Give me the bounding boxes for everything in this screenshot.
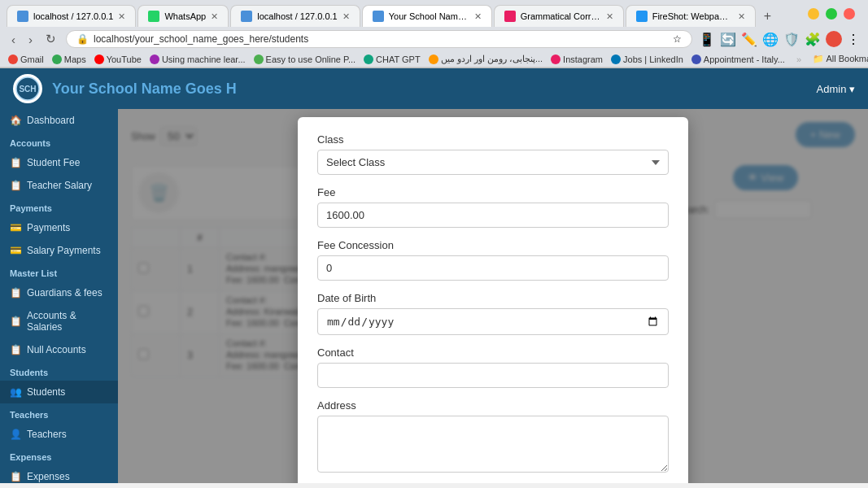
star-icon: ☆ [673, 33, 682, 45]
sidebar-section-payments: Payments [0, 197, 118, 216]
sidebar-item-guardians[interactable]: 📋 Guardians & fees [0, 281, 118, 304]
tab-close-3[interactable]: ✕ [342, 11, 350, 22]
forward-button[interactable]: › [25, 31, 36, 48]
sidebar-section-accounts: Accounts [0, 132, 118, 151]
sidebar-label-salary-payments: Salary Payments [27, 245, 101, 256]
bookmark-gmail[interactable]: Gmail [8, 54, 44, 64]
school-name-header: Your School Name Goes H [52, 81, 807, 98]
class-label: Class [317, 133, 669, 146]
sidebar: 🏠 Dashboard Accounts 📋 Student Fee 📋 Tea… [0, 109, 118, 483]
contact-input[interactable] [317, 363, 669, 388]
tab-close-1[interactable]: ✕ [118, 11, 125, 22]
browser-action-icons: 📱 🔄 ✏️ 🌐 🛡️ 🧩 ⋮ [699, 31, 860, 47]
sidebar-item-students[interactable]: 👥 Students [0, 381, 118, 403]
sidebar-item-teachers[interactable]: 👤 Teachers [0, 423, 118, 446]
teachers-icon: 👤 [10, 429, 22, 440]
tab-5[interactable]: Grammatical Correct... ✕ [494, 5, 624, 27]
bookmark-linkedin[interactable]: Jobs | LinkedIn [611, 54, 683, 64]
bookmarks-bar: Gmail Maps YouTube Using machine lear...… [0, 51, 868, 68]
tab-close-5[interactable]: ✕ [606, 11, 613, 22]
bookmark-punjabi[interactable]: پنجابی، رومن اور اردو میں... [429, 54, 543, 64]
bookmark-instagram[interactable]: Instagram [551, 54, 603, 64]
sync-icon[interactable]: 🔄 [720, 32, 736, 47]
sidebar-item-student-fee[interactable]: 📋 Student Fee [0, 151, 118, 174]
dob-input[interactable] [317, 308, 669, 335]
tab-close-6[interactable]: ✕ [738, 11, 745, 22]
class-select[interactable]: Select Class Class 1 Class 2 Class 3 Cla… [317, 150, 669, 175]
tab-3[interactable]: localhost / 127.0.0.1 ✕ [230, 5, 360, 27]
expenses-icon: 📋 [10, 471, 22, 482]
address-bar[interactable]: 🔒 localhost/your_school_name_goes_here/s… [66, 30, 692, 48]
fee-input[interactable] [317, 203, 669, 228]
svg-text:SCH: SCH [19, 85, 36, 94]
bookmark-chatgpt[interactable]: CHAT GPT [364, 54, 421, 64]
fee-form-group: Fee [317, 186, 669, 228]
bookmark-appointment[interactable]: Appointment - Italy... [691, 54, 785, 64]
sidebar-section-students: Students [0, 361, 118, 381]
tab-4[interactable]: Your School Name G... ✕ [362, 5, 492, 27]
admin-menu-button[interactable]: Admin ▾ [817, 83, 855, 95]
avatar-icon[interactable] [826, 31, 842, 47]
sidebar-item-null-accounts[interactable]: 📋 Null Accounts [0, 338, 118, 361]
sidebar-label-accounts-salaries: Accounts & Salaries [27, 310, 108, 333]
wa-icon[interactable]: 📱 [699, 32, 715, 47]
contact-form-group: Contact [317, 346, 669, 388]
tab-close-2[interactable]: ✕ [211, 11, 218, 22]
accounts-salaries-icon: 📋 [10, 316, 22, 327]
main-content: Show 50 + New 🗑️ [118, 109, 868, 483]
refresh-button[interactable]: ↻ [42, 30, 59, 48]
tab-title-2: WhatsApp [164, 11, 206, 21]
tab-title-1: localhost / 127.0.0.1 [33, 11, 113, 21]
bookmark-all[interactable]: 📁 All Bookmarks [813, 54, 868, 64]
new-tab-button[interactable]: + [757, 9, 778, 24]
minimize-button[interactable] [808, 8, 819, 20]
sidebar-item-expenses[interactable]: 📋 Expenses [0, 465, 118, 483]
tab-title-5: Grammatical Correct... [521, 11, 601, 21]
sidebar-label-dashboard: Dashboard [27, 115, 75, 126]
sidebar-section-expenses: Expenses [0, 446, 118, 465]
sidebar-label-teachers: Teachers [27, 429, 67, 440]
menu-icon[interactable]: ⋮ [847, 32, 860, 47]
tab-favicon-4 [373, 11, 384, 22]
fee-concession-label: Fee Concession [317, 239, 669, 251]
sidebar-label-student-fee: Student Fee [27, 157, 80, 168]
guardians-icon: 📋 [10, 287, 22, 298]
tab-title-4: Your School Name G... [389, 11, 469, 21]
sidebar-item-salary-payments[interactable]: 💳 Salary Payments [0, 239, 118, 262]
tab-favicon-1 [17, 11, 28, 22]
tab-1[interactable]: localhost / 127.0.0.1 ✕ [7, 5, 136, 27]
address-text: localhost/your_school_name_goes_here/stu… [94, 33, 668, 45]
bookmark-maps[interactable]: Maps [52, 54, 86, 64]
bookmark-online[interactable]: Easy to use Online P... [254, 54, 355, 64]
pen-icon[interactable]: ✏️ [741, 32, 757, 47]
close-button[interactable] [844, 8, 855, 20]
address-textarea[interactable] [317, 416, 669, 473]
tab-favicon-5 [504, 11, 516, 22]
back-button[interactable]: ‹ [8, 31, 19, 48]
sidebar-item-payments[interactable]: 💳 Payments [0, 216, 118, 239]
bookmark-ml[interactable]: Using machine lear... [150, 54, 246, 64]
sidebar-item-teacher-salary[interactable]: 📋 Teacher Salary [0, 174, 118, 197]
address-label: Address [317, 399, 669, 412]
translate-icon[interactable]: 🌐 [762, 32, 779, 47]
bookmark-youtube[interactable]: YouTube [94, 54, 142, 64]
sidebar-item-accounts-salaries[interactable]: 📋 Accounts & Salaries [0, 304, 118, 338]
salary-payments-icon: 💳 [10, 245, 22, 256]
shield-icon[interactable]: 🛡️ [783, 32, 800, 47]
extension-icon[interactable]: 🧩 [805, 32, 821, 47]
tab-close-4[interactable]: ✕ [474, 11, 482, 22]
sidebar-item-dashboard[interactable]: 🏠 Dashboard [0, 109, 118, 132]
tab-2[interactable]: WhatsApp ✕ [137, 5, 229, 27]
browser-chrome: localhost / 127.0.0.1 ✕ WhatsApp ✕ local… [0, 0, 868, 68]
maximize-button[interactable] [826, 8, 837, 20]
students-icon: 👥 [10, 386, 22, 398]
fee-concession-input[interactable] [317, 255, 669, 281]
app-header: SCH Your School Name Goes H Admin ▾ [0, 68, 868, 109]
app-container: SCH Your School Name Goes H Admin ▾ 🏠 Da… [0, 68, 868, 483]
tab-favicon-3 [241, 11, 252, 22]
dashboard-icon: 🏠 [10, 115, 22, 126]
tab-title-6: FireShot: Webpage S... [652, 11, 733, 21]
dob-label: Date of Birth [317, 292, 669, 304]
sidebar-label-guardians: Guardians & fees [27, 287, 103, 298]
tab-6[interactable]: FireShot: Webpage S... ✕ [626, 5, 756, 27]
